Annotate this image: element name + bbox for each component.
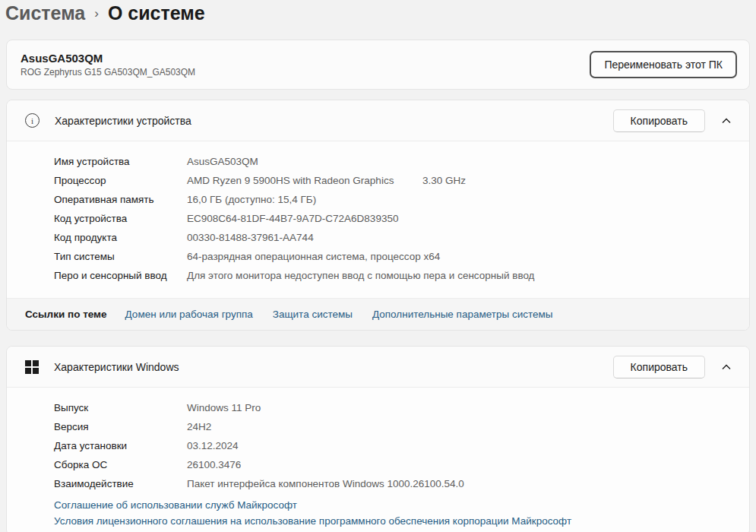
breadcrumb-system[interactable]: Система	[5, 2, 85, 24]
spec-label: Дата установки	[54, 440, 187, 451]
related-links-label: Ссылки по теме	[25, 309, 107, 320]
info-icon: i	[25, 113, 40, 128]
spec-label: Сборка ОС	[54, 459, 187, 470]
spec-label: Код продукта	[54, 232, 187, 243]
page-title: О системе	[108, 2, 205, 24]
device-specs-title: Характеристики устройства	[55, 115, 191, 127]
breadcrumb: Система › О системе	[0, 0, 756, 26]
spec-row-os-build: Сборка ОС 26100.3476	[54, 455, 731, 474]
spec-value: AsusGA503QM	[187, 156, 258, 167]
spec-value: 26100.3476	[187, 459, 241, 470]
spec-value: 16,0 ГБ (доступно: 15,4 ГБ)	[187, 194, 316, 205]
related-links-row: Ссылки по теме Домен или рабочая группа …	[7, 298, 749, 330]
spec-row-version: Версия 24H2	[54, 417, 731, 436]
spec-label: Выпуск	[54, 402, 187, 413]
spec-label: Процессор	[54, 175, 187, 186]
copy-device-specs-button[interactable]: Копировать	[613, 109, 705, 132]
spec-value: 64-разрядная операционная система, проце…	[187, 251, 440, 262]
link-services-agreement[interactable]: Соглашение об использовании служб Майкро…	[54, 497, 731, 513]
device-specs-card: i Характеристики устройства Копировать И…	[6, 100, 750, 331]
spec-label: Тип системы	[54, 251, 187, 262]
spec-row-ram: Оперативная память 16,0 ГБ (доступно: 15…	[54, 190, 731, 209]
spec-row-product-id: Код продукта 00330-81488-37961-AA744	[54, 228, 731, 247]
device-specs-content: Имя устройства AsusGA503QM Процессор AMD…	[7, 141, 749, 298]
windows-specs-title: Характеристики Windows	[54, 361, 179, 373]
spec-label: Перо и сенсорный ввод	[54, 270, 187, 281]
collapse-device-specs-button[interactable]	[716, 113, 737, 128]
device-names: AsusGA503QM ROG Zephyrus G15 GA503QM_GA5…	[21, 52, 195, 78]
spec-value: Пакет интерфейса компонентов Windows 100…	[187, 478, 464, 489]
breadcrumb-chevron-icon: ›	[94, 5, 99, 21]
collapse-windows-specs-button[interactable]	[716, 359, 737, 375]
link-domain-workgroup[interactable]: Домен или рабочая группа	[125, 309, 253, 320]
spec-value: AMD Ryzen 9 5900HS with Radeon Graphics	[187, 175, 394, 186]
spec-value: Для этого монитора недоступен ввод с пом…	[187, 270, 535, 281]
spec-value: 24H2	[187, 421, 211, 432]
spec-row-install-date: Дата установки 03.12.2024	[54, 436, 731, 455]
spec-value: EC908C64-81DF-44B7-9A7D-C72A6D839350	[187, 213, 398, 224]
spec-row-edition: Выпуск Windows 11 Pro	[54, 398, 731, 417]
spec-label: Версия	[54, 421, 187, 432]
spec-label: Оперативная память	[54, 194, 187, 205]
device-specs-header[interactable]: i Характеристики устройства Копировать	[7, 100, 749, 141]
windows-specs-card: Характеристики Windows Копировать Выпуск…	[6, 346, 750, 532]
device-model: ROG Zephyrus G15 GA503QM_GA503QM	[21, 67, 195, 78]
spec-row-device-name: Имя устройства AsusGA503QM	[54, 152, 731, 171]
device-name: AsusGA503QM	[21, 52, 195, 65]
spec-row-system-type: Тип системы 64-разрядная операционная си…	[54, 247, 731, 266]
rename-pc-button[interactable]: Переименовать этот ПК	[590, 51, 737, 78]
link-license-terms[interactable]: Условия лицензионного соглашения на испо…	[54, 513, 731, 529]
link-system-protection[interactable]: Защита системы	[273, 309, 353, 320]
spec-label: Имя устройства	[54, 156, 187, 167]
license-links: Соглашение об использовании служб Майкро…	[54, 497, 731, 529]
spec-row-processor: Процессор AMD Ryzen 9 5900HS with Radeon…	[54, 171, 731, 190]
copy-windows-specs-button[interactable]: Копировать	[613, 356, 705, 378]
spec-value: 00330-81488-37961-AA744	[187, 232, 314, 243]
spec-label: Код устройства	[54, 213, 187, 224]
spec-label: Взаимодействие	[54, 478, 187, 489]
spec-value: Windows 11 Pro	[187, 402, 261, 413]
windows-specs-header[interactable]: Характеристики Windows Копировать	[7, 347, 749, 387]
chevron-up-icon	[722, 364, 731, 370]
spec-row-pen-touch: Перо и сенсорный ввод Для этого монитора…	[54, 266, 731, 285]
link-advanced-system-settings[interactable]: Дополнительные параметры системы	[372, 309, 553, 320]
spec-value-clock: 3.30 GHz	[422, 175, 466, 186]
spec-row-device-id: Код устройства EC908C64-81DF-44B7-9A7D-C…	[54, 209, 731, 228]
windows-logo-icon	[25, 360, 39, 374]
device-name-card: AsusGA503QM ROG Zephyrus G15 GA503QM_GA5…	[6, 40, 750, 90]
spec-row-experience: Взаимодействие Пакет интерфейса компонен…	[54, 474, 731, 493]
spec-value: 03.12.2024	[187, 440, 239, 451]
chevron-up-icon	[722, 118, 731, 124]
windows-specs-content: Выпуск Windows 11 Pro Версия 24H2 Дата у…	[7, 387, 749, 532]
